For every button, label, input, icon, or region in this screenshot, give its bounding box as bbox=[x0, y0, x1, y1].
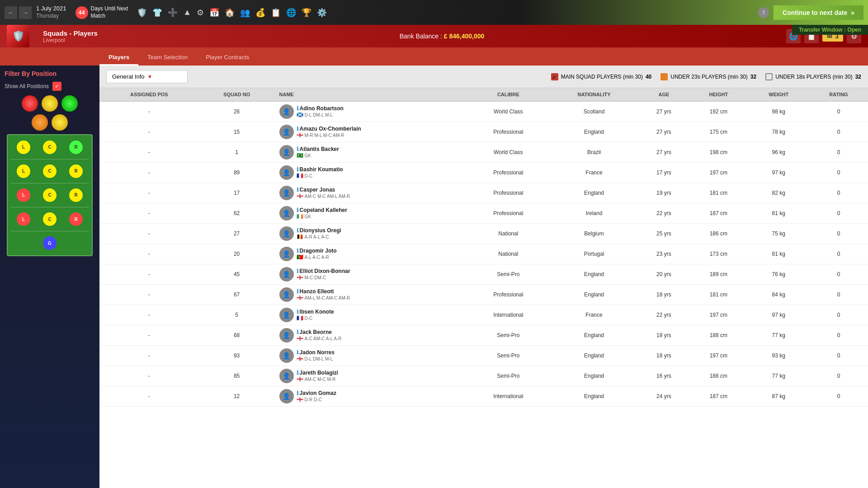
player-name-cell[interactable]: 👤 ℹJadon Norres 🏴󠁧󠁢󠁥󠁮󠁧󠁿 D-L DM-L M-L bbox=[275, 346, 467, 366]
player-name-cell[interactable]: 👤 ℹJareth Bolagizi 🏴󠁧󠁢󠁥󠁮󠁧󠁿 AM-C M-C M-R bbox=[275, 366, 467, 386]
nav-forward-button[interactable]: → bbox=[19, 6, 32, 19]
info-icon[interactable]: ℹ bbox=[297, 146, 299, 152]
rating-cell: 0 bbox=[809, 346, 868, 366]
settings-icon[interactable]: ⚙️ bbox=[317, 8, 327, 18]
pos-dot-orange1[interactable] bbox=[32, 114, 48, 131]
training-icon[interactable]: ➕ bbox=[168, 8, 178, 18]
info-icon[interactable]: ℹ bbox=[297, 166, 299, 173]
world-icon[interactable]: 🌐 bbox=[286, 8, 296, 18]
player-flag: 🇧🇪 bbox=[297, 234, 303, 240]
u23-squad-checkbox[interactable] bbox=[660, 73, 668, 80]
player-name-cell[interactable]: 👤 ℹAtlantis Backer 🇧🇷 GK bbox=[275, 142, 467, 163]
player-avatar: 👤 bbox=[279, 125, 294, 139]
pitch-pos-C4[interactable]: C bbox=[43, 212, 57, 226]
club-shield: 🛡️ bbox=[7, 25, 29, 47]
info-icon[interactable]: ℹ bbox=[297, 309, 299, 315]
table-row[interactable]: - 27 👤 ℹDionysius Oregi 🇧🇪 A-R A-L A-C N… bbox=[99, 224, 868, 244]
pitch-pos-L2[interactable]: L bbox=[17, 164, 30, 178]
stadium-icon[interactable]: 🏠 bbox=[225, 8, 235, 18]
table-row[interactable]: - 5 👤 ℹIbsen Konote 🇫🇷 D-C International… bbox=[99, 305, 868, 325]
tab-player-contracts[interactable]: Player Contracts bbox=[197, 50, 258, 66]
info-icon[interactable]: ℹ bbox=[297, 329, 299, 335]
pitch-pos-G[interactable]: G bbox=[43, 236, 57, 250]
notification-badge[interactable]: 7 bbox=[758, 7, 769, 18]
media-icon[interactable]: 📋 bbox=[271, 8, 281, 18]
players-icon[interactable]: 👥 bbox=[240, 8, 250, 18]
player-name-cell[interactable]: 👤 ℹCopeland Kalleher 🇮🇪 GK bbox=[275, 203, 467, 224]
table-row[interactable]: - 93 👤 ℹJadon Norres 🏴󠁧󠁢󠁥󠁮󠁧󠁿 D-L DM-L M-… bbox=[99, 346, 868, 366]
player-flag: 🏴󠁧󠁢󠁥󠁮󠁧󠁿 bbox=[297, 396, 303, 403]
transfers-icon[interactable]: ⚙ bbox=[197, 8, 204, 18]
show-all-checkbox[interactable]: ✓ bbox=[52, 82, 61, 91]
pitch-pos-L[interactable]: L bbox=[17, 141, 30, 154]
assigned-pos-cell: - bbox=[99, 264, 199, 285]
info-icon[interactable]: ℹ bbox=[297, 105, 299, 112]
info-icon[interactable]: ℹ bbox=[297, 349, 299, 356]
player-name-cell[interactable]: 👤 ℹDionysius Oregi 🇧🇪 A-R A-L A-C bbox=[275, 224, 467, 244]
table-row[interactable]: - 15 👤 ℹAmazu Ox-Chomberlain 🏴󠁧󠁢󠁥󠁮󠁧󠁿 M-R… bbox=[99, 122, 868, 142]
info-icon[interactable]: ℹ bbox=[297, 227, 299, 234]
table-row[interactable]: - 20 👤 ℹDragomir Joto 🇵🇹 A-L A-C A-R Nat… bbox=[99, 244, 868, 264]
pitch-pos-R3[interactable]: R bbox=[69, 188, 83, 202]
pitch-pos-C[interactable]: C bbox=[43, 141, 57, 154]
player-name-cell[interactable]: 👤 ℹBashir Koumatio 🇫🇷 D-C bbox=[275, 163, 467, 183]
info-icon[interactable]: ℹ bbox=[297, 126, 299, 132]
pitch-pos-L4[interactable]: L bbox=[17, 212, 30, 226]
player-name-cell[interactable]: 👤 ℹHanzo Elleott 🏴󠁧󠁢󠁥󠁮󠁧󠁿 AM-L M-C AM-C A… bbox=[275, 285, 467, 305]
tab-players[interactable]: Players bbox=[99, 50, 138, 66]
info-icon[interactable]: ℹ bbox=[297, 390, 299, 396]
table-row[interactable]: - 62 👤 ℹCopeland Kalleher 🇮🇪 GK Professi… bbox=[99, 203, 868, 224]
calendar-icon[interactable]: 📅 bbox=[209, 8, 219, 18]
info-icon[interactable]: ℹ bbox=[297, 288, 299, 295]
tactics-icon[interactable]: 👕 bbox=[152, 8, 162, 18]
squad-icon[interactable]: 🛡️ bbox=[137, 8, 147, 18]
player-name-cell[interactable]: 👤 ℹAmazu Ox-Chomberlain 🏴󠁧󠁢󠁥󠁮󠁧󠁿 M-R M-L … bbox=[275, 122, 467, 142]
finances-icon[interactable]: 💰 bbox=[255, 8, 265, 18]
player-name-cell[interactable]: 👤 ℹCasper Jonas 🏴󠁧󠁢󠁥󠁮󠁧󠁿 AM-C M-C AM-L AM… bbox=[275, 183, 467, 203]
info-icon[interactable]: ℹ bbox=[297, 248, 299, 254]
table-row[interactable]: - 45 👤 ℹElliot Dixon-Bonnar 🏴󠁧󠁢󠁥󠁮󠁧󠁿 M-C … bbox=[99, 264, 868, 285]
trophies-icon[interactable]: 🏆 bbox=[302, 8, 311, 18]
matches-icon[interactable]: ▲ bbox=[183, 8, 191, 17]
continue-button[interactable]: Continue to next date » bbox=[774, 5, 863, 20]
player-info: ℹElliot Dixon-Bonnar 🏴󠁧󠁢󠁥󠁮󠁧󠁿 M-C DM-C bbox=[297, 268, 350, 281]
table-row[interactable]: - 85 👤 ℹJareth Bolagizi 🏴󠁧󠁢󠁥󠁮󠁧󠁿 AM-C M-C… bbox=[99, 366, 868, 386]
pos-dot-yellow2[interactable] bbox=[52, 114, 68, 131]
player-flag: 🏴󠁧󠁢󠁥󠁮󠁧󠁿 bbox=[297, 193, 303, 199]
pitch-pos-R2[interactable]: R bbox=[69, 164, 83, 178]
player-name-cell[interactable]: 👤 ℹDragomir Joto 🇵🇹 A-L A-C A-R bbox=[275, 244, 467, 264]
u18-squad-checkbox[interactable] bbox=[765, 73, 773, 80]
nav-back-button[interactable]: ← bbox=[5, 6, 17, 19]
player-name-cell[interactable]: 👤 ℹJack Beorne 🏴󠁧󠁢󠁥󠁮󠁧󠁿 A-C AM-C A-L A-R bbox=[275, 325, 467, 346]
pitch-pos-R[interactable]: R bbox=[69, 141, 83, 154]
player-flag: 🏴󠁧󠁢󠁥󠁮󠁧󠁿 bbox=[297, 376, 303, 382]
pitch-pos-R4[interactable]: R bbox=[69, 212, 83, 226]
player-name-cell[interactable]: 👤 ℹElliot Dixon-Bonnar 🏴󠁧󠁢󠁥󠁮󠁧󠁿 M-C DM-C bbox=[275, 264, 467, 285]
table-row[interactable]: - 12 👤 ℹJavion Gomaz 🏴󠁧󠁢󠁥󠁮󠁧󠁿 D-R D-C Int… bbox=[99, 386, 868, 407]
pos-dot-green[interactable] bbox=[61, 95, 78, 112]
pitch-pos-C2[interactable]: C bbox=[43, 164, 57, 178]
table-row[interactable]: - 17 👤 ℹCasper Jonas 🏴󠁧󠁢󠁥󠁮󠁧󠁿 AM-C M-C AM… bbox=[99, 183, 868, 203]
table-row[interactable]: - 1 👤 ℹAtlantis Backer 🇧🇷 GK World Class… bbox=[99, 142, 868, 163]
pos-dot-yellow[interactable] bbox=[42, 95, 58, 112]
pos-dot-red[interactable] bbox=[22, 95, 38, 112]
info-icon[interactable]: ℹ bbox=[297, 370, 299, 376]
squad-no-cell: 12 bbox=[199, 386, 275, 407]
players-tbody: - 26 👤 ℹAdino Robartson 🏴󠁧󠁢󠁳󠁣󠁴󠁿 D-L DM-L… bbox=[99, 101, 868, 407]
table-row[interactable]: - 67 👤 ℹHanzo Elleott 🏴󠁧󠁢󠁥󠁮󠁧󠁿 AM-L M-C A… bbox=[99, 285, 868, 305]
info-icon[interactable]: ℹ bbox=[297, 207, 299, 213]
pitch-pos-L3[interactable]: L bbox=[17, 188, 30, 202]
player-name-cell[interactable]: 👤 ℹJavion Gomaz 🏴󠁧󠁢󠁥󠁮󠁧󠁿 D-R D-C bbox=[275, 386, 467, 407]
table-row[interactable]: - 26 👤 ℹAdino Robartson 🏴󠁧󠁢󠁳󠁣󠁴󠁿 D-L DM-L… bbox=[99, 101, 868, 122]
rating-cell: 0 bbox=[809, 142, 868, 163]
table-row[interactable]: - 89 👤 ℹBashir Koumatio 🇫🇷 D-C Professio… bbox=[99, 163, 868, 183]
pitch-pos-C3[interactable]: C bbox=[43, 188, 57, 202]
main-squad-checkbox[interactable]: ✓ bbox=[551, 73, 558, 80]
table-row[interactable]: - 68 👤 ℹJack Beorne 🏴󠁧󠁢󠁥󠁮󠁧󠁿 A-C AM-C A-L… bbox=[99, 325, 868, 346]
info-icon[interactable]: ℹ bbox=[297, 187, 299, 193]
player-name-cell[interactable]: 👤 ℹIbsen Konote 🇫🇷 D-C bbox=[275, 305, 467, 325]
player-name-cell[interactable]: 👤 ℹAdino Robartson 🏴󠁧󠁢󠁳󠁣󠁴󠁿 D-L DM-L M-L bbox=[275, 101, 467, 122]
tab-team-selection[interactable]: Team Selection bbox=[138, 50, 197, 66]
general-info-dropdown[interactable]: General Info ▼ bbox=[106, 70, 188, 83]
info-icon[interactable]: ℹ bbox=[297, 268, 299, 274]
